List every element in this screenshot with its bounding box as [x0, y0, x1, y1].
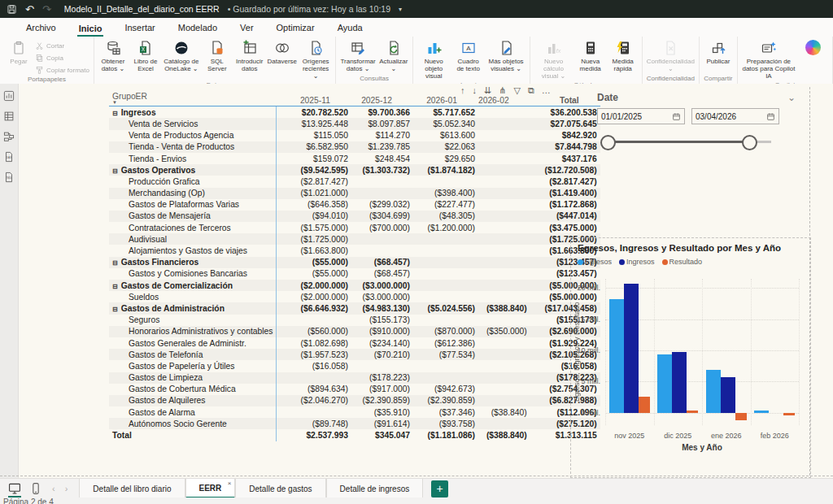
column-header-grupoer[interactable]: GrupoER▼: [109, 90, 277, 106]
menu-tab-archivo[interactable]: Archivo: [24, 20, 58, 37]
bar-resultado-dic-2025[interactable]: [687, 411, 698, 413]
dax-query-view-icon[interactable]: DAX: [3, 151, 15, 163]
page-tab-detalle-de-ingresos[interactable]: Detalle de ingresos: [326, 479, 424, 498]
legend-item-ingresos[interactable]: Ingresos: [619, 258, 655, 266]
page-tab-detalle-del-libro-diario[interactable]: Detalle del libro diario: [79, 479, 185, 498]
bar-egresos-nov-2025[interactable]: [609, 299, 624, 413]
legend-item-resultado[interactable]: Resultado: [662, 258, 703, 266]
menu-tab-modelado[interactable]: Modelado: [177, 20, 219, 37]
nueva-medida-button[interactable]: Nueva medida: [574, 37, 607, 73]
bar-egresos-ene-2026[interactable]: [706, 370, 721, 413]
menu-tab-ver[interactable]: Ver: [238, 20, 255, 37]
collapse-icon[interactable]: ⊟: [112, 306, 118, 313]
menu-tab-optimizar[interactable]: Optimizar: [275, 20, 316, 37]
libro-de-excel-button[interactable]: XLibro de Excel: [129, 37, 162, 73]
legend-item-egresos[interactable]: Egresos: [578, 258, 612, 266]
slider-handle-start[interactable]: [600, 135, 616, 150]
table-row[interactable]: Gastos de Alarma($35.910)($37.346)($38.8…: [109, 406, 600, 418]
new-page-button[interactable]: +: [431, 480, 448, 497]
table-row[interactable]: Gastos de Limpieza($178.223)($178.223): [109, 372, 600, 384]
table-row[interactable]: Gastos y Comisiones Bancarias($55.000)($…: [109, 268, 600, 280]
slider-handle-end[interactable]: [742, 135, 757, 150]
column-header-2026-01[interactable]: 2026-01: [413, 90, 478, 106]
calendar-icon[interactable]: [672, 112, 681, 121]
table-row[interactable]: Alojamientos y Gastos de viajes($1.663.8…: [109, 245, 600, 256]
bar-ingresos-nov-2025[interactable]: [624, 284, 639, 413]
table-row[interactable]: Contrataciones de Terceros($1.575.000)($…: [109, 222, 600, 233]
title-caret-icon[interactable]: ▾: [399, 6, 402, 13]
más-objetos-visuales-button[interactable]: Más objetos visuales ⌄: [485, 37, 528, 73]
table-row[interactable]: Gastos de Mensajería($94.010)($304.699)(…: [109, 211, 600, 222]
table-row[interactable]: Gastos Generales de Administr.($1.082.69…: [109, 337, 600, 349]
bar-resultado-feb-2026[interactable]: [783, 413, 795, 415]
obtener-datos-button[interactable]: Obtener datos ⌄: [97, 37, 129, 73]
table-row[interactable]: Gastos de Alquileres($2.046.270)($2.390.…: [109, 395, 600, 406]
menu-tab-ayuda[interactable]: Ayuda: [336, 20, 364, 37]
catálogo-de-onelake-button[interactable]: Catálogo de OneLake ⌄: [162, 37, 201, 73]
collapse-icon[interactable]: ⊟: [112, 110, 118, 117]
bar-chart-visual[interactable]: Egresos, Ingresos y Resultado por Mes y …: [570, 237, 811, 478]
table-row[interactable]: Seguros($155.173)($155.173): [109, 315, 600, 326]
page-tab-eerr[interactable]: EERR×: [185, 479, 236, 498]
page-tab-detalle-de-gastos[interactable]: Detalle de gastos: [235, 479, 325, 498]
publicar-button[interactable]: Publicar: [702, 37, 735, 66]
table-row[interactable]: Audivisual($1.725.000)($1.725.000): [109, 233, 600, 245]
column-header-2025-11[interactable]: 2025-11: [277, 90, 351, 106]
collapse-icon[interactable]: ⊟: [112, 167, 118, 175]
table-row[interactable]: ⊟Gastos de Administración($6.646.932)($4…: [109, 302, 600, 314]
table-row[interactable]: Gastos de Plataformas Varias($646.358)($…: [109, 199, 600, 211]
sql-server-button[interactable]: SQL Server: [201, 37, 233, 73]
calendar-icon[interactable]: [766, 112, 775, 121]
column-header-2025-12[interactable]: 2025-12: [351, 90, 413, 106]
table-row[interactable]: Tienda - Venta de Productos$6.582.950$1.…: [109, 141, 600, 153]
slider-selected-range[interactable]: [604, 141, 748, 143]
save-icon[interactable]: [7, 4, 17, 15]
matrix-visual[interactable]: GrupoER▼2025-112025-122026-012026-02Tota…: [109, 90, 600, 441]
table-row[interactable]: Producción Grafica($2.817.427)($2.817.42…: [109, 176, 600, 187]
table-row[interactable]: Venta de Productos Agencia$115.050$114.2…: [109, 130, 600, 141]
end-date-field[interactable]: 03/04/2026: [691, 108, 779, 124]
desktop-view-icon[interactable]: [8, 482, 21, 495]
table-row[interactable]: Autónomos Socio Gerente($89.748)($91.614…: [109, 418, 600, 429]
orígenes-recientes-button[interactable]: Orígenes recientes ⌄: [299, 37, 334, 80]
tmdl-view-icon[interactable]: TMDL: [3, 172, 15, 183]
transformar-datos-button[interactable]: Transformar datos ⌄: [338, 37, 377, 73]
date-slicer[interactable]: Date ⌄ 01/01/2025 03/04/2026: [597, 92, 786, 163]
bar-ingresos-dic-2025[interactable]: [672, 352, 687, 412]
column-header-total[interactable]: Total: [530, 90, 600, 106]
start-date-field[interactable]: 01/01/2025: [597, 108, 685, 124]
undo-icon[interactable]: ↶: [25, 4, 34, 15]
bar-resultado-ene-2026[interactable]: [735, 413, 747, 420]
bar-ingresos-ene-2026[interactable]: [721, 377, 735, 413]
close-icon[interactable]: ×: [228, 480, 232, 487]
preparación-de-datos-para-copilot-ia-button[interactable]: Preparación de datos para Copilot IA: [740, 37, 797, 80]
collapse-icon[interactable]: ⊟: [112, 259, 118, 267]
chevron-down-icon[interactable]: ⌄: [787, 92, 796, 103]
cuadro-de-texto-button[interactable]: ACuadro de texto: [452, 37, 485, 73]
table-row[interactable]: Gastos de Cobertura Médica($894.634)($91…: [109, 384, 600, 395]
bar-resultado-nov-2025[interactable]: [639, 397, 650, 412]
introducir-datos-button[interactable]: Introducir datos: [233, 37, 266, 73]
table-row[interactable]: Gastos de Telefonía($1.957.523)($70.210)…: [109, 349, 600, 360]
table-row[interactable]: Gastos de Papelería y Útiles($16.058)($1…: [109, 360, 600, 371]
dataverse-button[interactable]: Dataverse: [266, 37, 299, 66]
table-row[interactable]: ⊟Gastos Operativos($9.542.595)($1.303.73…: [109, 164, 600, 176]
nuevo-objeto-visual-button[interactable]: Nuevo objeto visual: [416, 37, 452, 80]
bar-egresos-dic-2025[interactable]: [657, 354, 672, 413]
menu-tab-insertar[interactable]: Insertar: [123, 20, 156, 37]
mobile-layout-icon[interactable]: [29, 482, 42, 495]
data-view-icon[interactable]: [3, 111, 15, 122]
report-view-icon[interactable]: [3, 90, 15, 102]
medida-rápida-button[interactable]: Medida rápida: [607, 37, 639, 73]
bar-egresos-feb-2026[interactable]: [754, 411, 769, 413]
table-row[interactable]: Honorarios Administrativos y contables($…: [109, 326, 600, 337]
table-row[interactable]: Sueldos($2.000.000)($3.000.000)($5.000.0…: [109, 291, 600, 302]
actualizar-button[interactable]: Actualizar ⌄: [377, 37, 410, 73]
table-row[interactable]: ⊟Gastos de Comercialización($2.000.000)(…: [109, 280, 600, 291]
table-row[interactable]: ⊟Gastos Financieros($55.000)($68.457)($1…: [109, 257, 600, 268]
copilot-button[interactable]: [797, 37, 830, 57]
collapse-icon[interactable]: ⊟: [112, 283, 118, 290]
column-header-2026-02[interactable]: 2026-02: [478, 90, 530, 106]
model-view-icon[interactable]: [3, 131, 15, 142]
menu-tab-inicio[interactable]: Inicio: [77, 21, 104, 37]
